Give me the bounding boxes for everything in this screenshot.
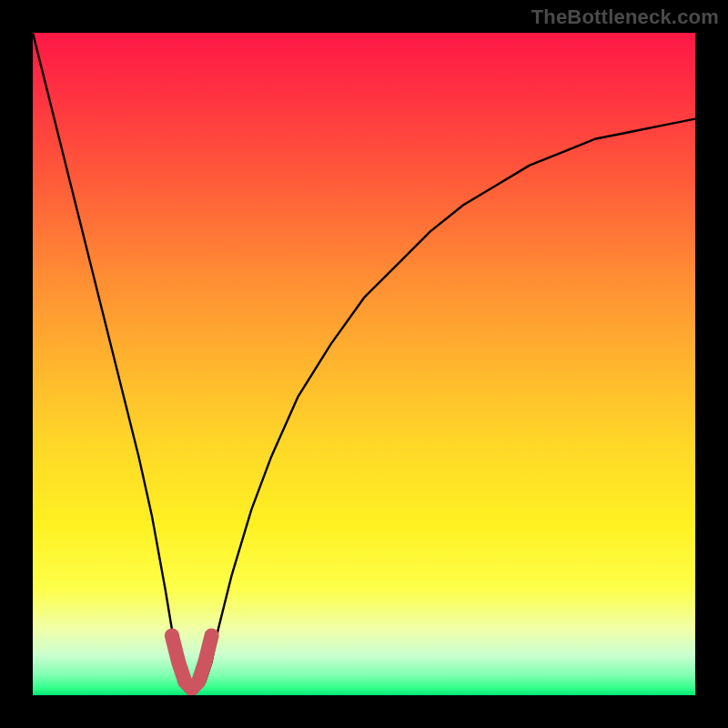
bottleneck-curve [33,33,695,689]
minimum-marker [172,635,212,688]
curve-layer [33,33,695,695]
chart-frame: TheBottleneck.com [0,0,728,728]
plot-area [33,33,695,695]
watermark-text: TheBottleneck.com [531,5,719,29]
